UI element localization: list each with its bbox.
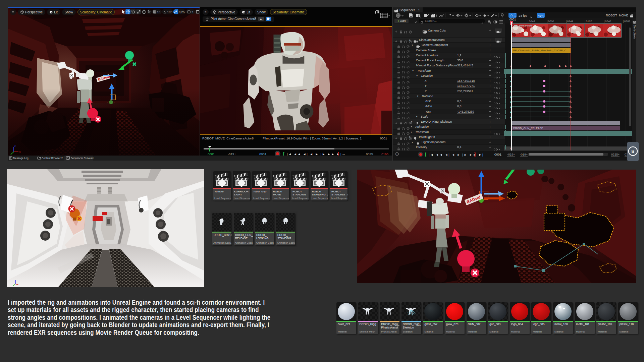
svg-text:z: z xyxy=(14,144,16,147)
svg-text:u: u xyxy=(631,148,634,155)
svg-text:X: X xyxy=(19,151,21,154)
